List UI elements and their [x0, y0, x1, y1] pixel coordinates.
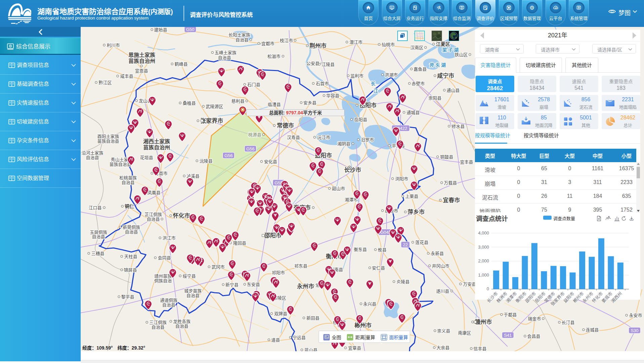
svg-text:G50: G50	[186, 27, 195, 32]
svg-text:通山县: 通山县	[446, 87, 459, 93]
svg-text:汉寿县: 汉寿县	[287, 134, 300, 140]
svg-text:宣恩县: 宣恩县	[135, 67, 148, 74]
svg-text:宜都市: 宜都市	[261, 40, 274, 46]
svg-text:永州市: 永州市	[297, 282, 314, 290]
svg-text:汨罗市: 汨罗市	[361, 136, 374, 143]
svg-text:宜丰县: 宜丰县	[460, 158, 473, 165]
svg-text:华容县: 华容县	[326, 92, 339, 99]
svg-text:侗族自治: 侗族自治	[154, 277, 172, 284]
svg-text:斧 头 湖: 斧 头 湖	[430, 61, 446, 68]
svg-text:萍乡市: 萍乡市	[408, 207, 425, 216]
svg-text:松滋市: 松滋市	[267, 53, 280, 59]
svg-text:修水县: 修水县	[451, 123, 465, 129]
svg-text:仙桃市: 仙桃市	[381, 41, 395, 47]
svg-text:张家界市: 张家界市	[200, 116, 223, 124]
svg-text:岳阳县: 岳阳县	[354, 116, 367, 122]
svg-text:汉南区: 汉南区	[410, 44, 423, 50]
svg-text:江陵县: 江陵县	[321, 61, 334, 67]
svg-text:崇义县: 崇义县	[437, 327, 450, 334]
svg-text:三穗县: 三穗县	[91, 250, 104, 256]
svg-text:锦屏县: 锦屏县	[124, 266, 137, 273]
svg-text:双牌县: 双牌县	[274, 310, 287, 317]
svg-text:自治县: 自治县	[86, 154, 99, 160]
svg-text:1,000: 1,000	[478, 273, 489, 278]
svg-text:井冈山市: 井冈山市	[432, 262, 449, 269]
svg-text:南康区: 南康区	[458, 329, 471, 336]
svg-text:浏阳市: 浏阳市	[395, 175, 408, 182]
svg-text:S30: S30	[631, 328, 638, 333]
svg-text:常德市: 常德市	[277, 121, 294, 129]
svg-text:黎平县: 黎平县	[121, 293, 134, 300]
svg-text:祁阳市: 祁阳市	[272, 269, 285, 276]
svg-text:G56: G56	[225, 153, 233, 158]
svg-text:铜鼓县: 铜鼓县	[440, 153, 453, 160]
svg-text:0: 0	[487, 286, 489, 291]
svg-text:自治县: 自治县	[186, 292, 199, 298]
svg-text:绥宁县: 绥宁县	[183, 273, 196, 279]
svg-text:利川市: 利川市	[107, 42, 120, 48]
svg-text:道县: 道县	[271, 336, 280, 343]
svg-text:万安县: 万安县	[463, 281, 476, 287]
svg-text:自治县: 自治县	[147, 216, 160, 222]
svg-text:自治县: 自治县	[151, 324, 164, 330]
svg-text:潜江市: 潜江市	[349, 39, 362, 45]
svg-text:江: 江	[373, 87, 378, 94]
svg-text:莲花县: 莲花县	[415, 239, 428, 245]
svg-text:会昌县: 会昌县	[527, 333, 540, 339]
svg-text:花垣县: 花垣县	[140, 154, 153, 160]
svg-text:石首市: 石首市	[316, 80, 329, 86]
svg-text:安化县: 安化县	[264, 158, 277, 165]
svg-text:洪江市: 洪江市	[162, 234, 175, 241]
svg-text:上栗县: 上栗县	[405, 193, 418, 199]
svg-text:自治县: 自治县	[235, 36, 248, 43]
svg-text:4,000: 4,000	[478, 230, 489, 235]
svg-text:沅江市: 沅江市	[317, 134, 330, 140]
svg-text:衡东县: 衡东县	[354, 246, 367, 252]
svg-text:崇阳县: 崇阳县	[428, 95, 441, 101]
svg-text:桃源县: 桃源县	[248, 131, 261, 138]
svg-text:天柱县: 天柱县	[124, 253, 137, 259]
svg-text:祁东县: 祁东县	[294, 262, 307, 269]
svg-text:永兴县: 永兴县	[363, 300, 376, 307]
svg-text:苗族自治州: 苗族自治州	[128, 57, 155, 65]
svg-text:梁 子 湖: 梁 子 湖	[442, 46, 458, 53]
svg-text:安仁县: 安仁县	[372, 264, 385, 271]
svg-text:公安县: 公安县	[306, 60, 319, 66]
svg-text:自治县: 自治县	[175, 323, 188, 329]
svg-text:东安县: 东安县	[247, 281, 260, 287]
svg-text:长沙市: 长沙市	[344, 165, 361, 174]
svg-text:宜章县: 宜章县	[348, 344, 361, 351]
svg-text:炎陵县: 炎陵县	[396, 278, 409, 285]
svg-text:新田县: 新田县	[306, 315, 319, 321]
svg-text:自治县: 自治县	[121, 179, 134, 185]
svg-text:荆州市: 荆州市	[310, 41, 327, 49]
svg-text:2,000: 2,000	[478, 258, 489, 263]
svg-text:江口县: 江口县	[88, 204, 102, 211]
svg-text:连城县: 连城县	[586, 326, 599, 333]
svg-text:沅陵县: 沅陵县	[199, 157, 212, 164]
svg-text:咸丰县: 咸丰县	[120, 73, 133, 79]
svg-text:安乡县: 安乡县	[303, 99, 316, 106]
svg-text:22: 22	[403, 242, 408, 247]
svg-text:嘉鱼县: 嘉鱼县	[413, 66, 427, 72]
svg-text:新宁县: 新宁县	[225, 281, 238, 288]
svg-text:湘西州: 湘西州	[609, 290, 623, 304]
svg-text:苗族自治县: 苗族自治县	[97, 138, 119, 144]
svg-text:通城县: 通城县	[406, 109, 419, 115]
svg-text:攸县: 攸县	[378, 246, 387, 253]
svg-text:永新县: 永新县	[431, 250, 444, 256]
svg-text:武冈市: 武冈市	[211, 263, 225, 270]
svg-text:武陵源区: 武陵源区	[206, 103, 223, 109]
svg-text:大余县: 大余县	[436, 344, 449, 351]
svg-text:自治县: 自治县	[125, 228, 138, 235]
svg-text:建始县: 建始县	[154, 27, 167, 33]
svg-text:郴州市: 郴州市	[355, 321, 372, 329]
svg-text:湘阴县: 湘阴县	[337, 140, 350, 147]
svg-text:凤凰县: 凤凰县	[147, 189, 160, 195]
svg-text:鹤峰县: 鹤峰县	[174, 61, 188, 67]
svg-text:自治县: 自治县	[162, 301, 175, 308]
svg-text:怀化市: 怀化市	[173, 211, 190, 219]
svg-text:自治县: 自治县	[92, 233, 105, 240]
svg-text:洪湖市: 洪湖市	[385, 71, 398, 78]
svg-text:慈利县: 慈利县	[231, 98, 244, 104]
